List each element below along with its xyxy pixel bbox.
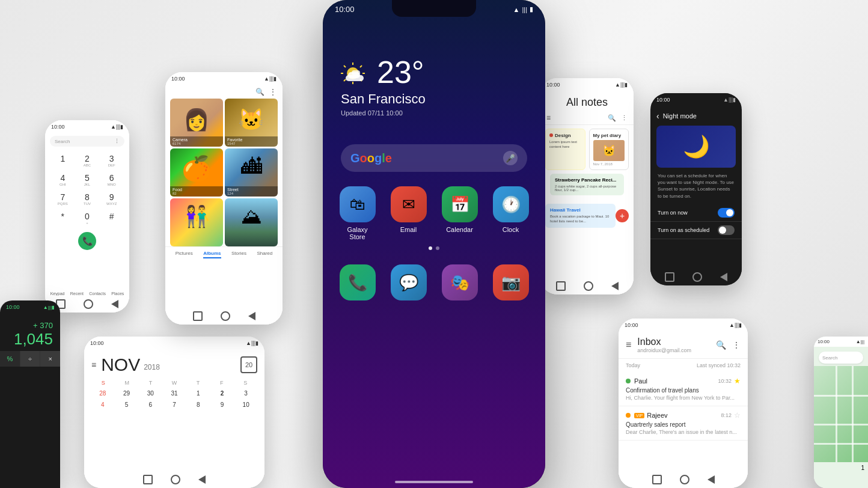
calc-percent[interactable]: %	[0, 351, 20, 367]
key-9[interactable]: 9WXYZ	[100, 190, 123, 208]
cal-day-2[interactable]: 2	[211, 388, 234, 398]
cal-day-3[interactable]: 3	[234, 388, 257, 398]
key-1[interactable]: 1	[51, 151, 75, 169]
nav-home-night[interactable]	[692, 272, 702, 282]
tab-contacts[interactable]: Contacts	[89, 291, 106, 296]
nav-back-night[interactable]	[720, 273, 727, 281]
nav-back-email[interactable]	[708, 475, 715, 484]
nav-back-notes[interactable]	[611, 282, 619, 290]
gallery-mountains-album[interactable]	[225, 198, 278, 246]
key-3[interactable]: 3DEF	[100, 151, 123, 169]
app-bixby[interactable]: 🎭	[438, 264, 481, 304]
notes-menu-icon[interactable]: ≡	[546, 114, 551, 122]
nav-home[interactable]	[84, 299, 93, 309]
note-hawaii[interactable]: Hawaii Travel Book a vacation package to…	[545, 204, 616, 228]
call-button[interactable]: 📞	[78, 232, 96, 250]
email-item-paul[interactable]: Paul 10:32 ★ Confirmation of travel plan…	[619, 372, 748, 406]
key-8[interactable]: 8TUV	[76, 190, 99, 208]
email-search-icon[interactable]: 🔍	[716, 340, 726, 350]
key-0[interactable]: 0+	[76, 209, 99, 227]
key-2[interactable]: 2ABC	[76, 151, 99, 169]
search-bar[interactable]: Google 🎤	[341, 144, 527, 172]
email-more-icon[interactable]: ⋮	[732, 340, 741, 350]
rajeev-star[interactable]: ☆	[734, 411, 741, 419]
app-phone[interactable]: 📞	[336, 264, 379, 304]
cal-day-30[interactable]: 30	[139, 388, 162, 398]
tab-pictures[interactable]: Pictures	[176, 251, 193, 258]
nav-recent-gallery[interactable]	[193, 311, 203, 321]
cal-day-28[interactable]: 28	[91, 388, 114, 398]
search-icon[interactable]: 🔍	[255, 88, 264, 96]
calendar-day-badge[interactable]: 20	[240, 356, 257, 373]
gallery-food-album[interactable]: Food 82	[170, 148, 223, 197]
key-star[interactable]: *	[51, 209, 75, 227]
gallery-street-album[interactable]: Street 124	[225, 148, 278, 197]
cal-day-1[interactable]: 1	[187, 388, 210, 398]
gallery-friends-album[interactable]	[170, 198, 223, 246]
cal-day-29[interactable]: 29	[115, 388, 138, 398]
dialer-search[interactable]: Search ⋮	[50, 136, 124, 147]
cal-day-5[interactable]: 5	[115, 400, 138, 410]
cal-day-7[interactable]: 7	[163, 400, 186, 410]
nav-recent-email[interactable]	[652, 475, 662, 484]
cal-day-9[interactable]: 9	[211, 400, 234, 410]
toggle-on-switch[interactable]	[718, 208, 735, 218]
calendar-year: 2018	[144, 363, 160, 371]
nav-back-cal[interactable]	[198, 475, 206, 484]
nav-back[interactable]	[111, 300, 118, 308]
app-calendar[interactable]: 📅 Calendar	[438, 186, 481, 240]
nav-recent-cal[interactable]	[143, 475, 153, 484]
key-hash[interactable]: #	[100, 209, 123, 227]
app-chat[interactable]: 💬	[387, 264, 430, 304]
notch	[392, 0, 476, 17]
cal-day-10[interactable]: 10	[234, 400, 257, 410]
calc-divide[interactable]: ÷	[20, 351, 40, 367]
cal-day-31[interactable]: 31	[163, 388, 186, 398]
toggle-scheduled-switch[interactable]	[718, 225, 735, 235]
cal-menu-icon[interactable]: ≡	[91, 360, 96, 370]
nav-home-email[interactable]	[680, 475, 689, 484]
key-6[interactable]: 6MNO	[100, 171, 123, 189]
tab-albums[interactable]: Albums	[203, 251, 221, 258]
app-clock[interactable]: 🕐 Clock	[489, 186, 533, 240]
back-icon[interactable]: ‹	[656, 111, 659, 121]
tab-places[interactable]: Places	[111, 291, 124, 296]
tab-keypad[interactable]: Keypad	[50, 291, 65, 296]
note-pet-diary[interactable]: My pet diary 🐱 Nov 7, 2018	[589, 129, 629, 170]
app-galaxy-store[interactable]: 🛍 GalaxyStore	[336, 186, 379, 240]
app-camera[interactable]: 📷	[489, 264, 533, 304]
app-email[interactable]: ✉ Email	[387, 186, 430, 240]
nav-home-gallery[interactable]	[221, 311, 230, 321]
tab-recent[interactable]: Recent	[70, 291, 84, 296]
nav-home-cal[interactable]	[171, 475, 180, 484]
notes-more-icon[interactable]: ⋮	[621, 114, 628, 122]
mic-icon[interactable]: 🎤	[503, 151, 518, 165]
cal-day-8[interactable]: 8	[187, 400, 210, 410]
weather-widget: 23° San Francisco Updated 07/11 10:00	[341, 54, 426, 117]
nav-recent-night[interactable]	[665, 272, 674, 282]
tab-shared[interactable]: Shared	[257, 251, 272, 258]
gallery-favorite-album[interactable]: Favorite 1547	[225, 99, 278, 147]
note-design[interactable]: Design Lorem ipsum text content here	[545, 129, 585, 170]
tab-stories[interactable]: Stories	[231, 251, 246, 258]
nav-back-gallery[interactable]	[248, 312, 255, 320]
email-today-label: Today	[626, 362, 640, 368]
paul-star[interactable]: ★	[734, 377, 741, 385]
key-4[interactable]: 4GHI	[51, 171, 75, 189]
email-item-rajeev[interactable]: VIP Rajeev 8:12 ☆ Quartrerly sales repor…	[619, 406, 748, 441]
cal-day-6[interactable]: 6	[139, 400, 162, 410]
dialer-options[interactable]: ⋮	[114, 138, 120, 144]
map-search-bar[interactable]: Search	[819, 352, 863, 364]
note-strawberry[interactable]: Strawberry Pancake Reci... 2 cups white …	[550, 174, 624, 195]
email-menu-icon[interactable]: ≡	[626, 340, 631, 350]
notes-search-icon[interactable]: 🔍	[608, 114, 616, 122]
add-note-button[interactable]: +	[616, 209, 629, 222]
nav-recent-notes[interactable]	[556, 281, 566, 291]
key-7[interactable]: 7PQRS	[51, 190, 75, 208]
nav-home-notes[interactable]	[584, 281, 593, 291]
gallery-camera-album[interactable]: Camera 6174	[170, 99, 223, 147]
calc-multiply[interactable]: ×	[40, 351, 60, 367]
options-icon[interactable]: ⋮	[269, 88, 277, 96]
cal-day-4[interactable]: 4	[91, 400, 114, 410]
key-5[interactable]: 5JKL	[76, 171, 99, 189]
